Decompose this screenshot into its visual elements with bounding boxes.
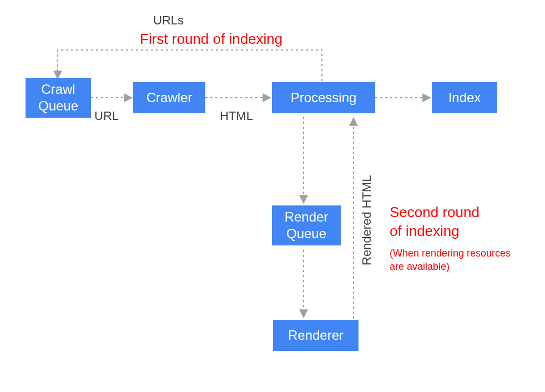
node-crawl-queue-label: Crawl Queue: [38, 81, 78, 114]
node-crawler: Crawler: [133, 82, 205, 113]
annotation-second-round-note: (When rendering resources are available): [390, 247, 511, 274]
edge-label-url: URL: [94, 109, 119, 123]
edge-label-rendered-html: Rendered HTML: [360, 175, 374, 265]
connectors-layer: [0, 0, 545, 392]
edge-processing-crawlqueue: [58, 50, 322, 81]
node-index: Index: [432, 82, 497, 113]
annotation-first-round: First round of indexing: [140, 30, 282, 49]
node-crawl-queue: Crawl Queue: [26, 78, 91, 118]
node-index-label: Index: [448, 89, 481, 106]
edge-label-urls: URLs: [153, 13, 184, 28]
node-crawler-label: Crawler: [147, 89, 193, 106]
node-processing: Processing: [272, 82, 375, 113]
edge-label-html: HTML: [220, 109, 253, 123]
node-render-queue: Render Queue: [272, 205, 341, 245]
node-render-queue-label: Render Queue: [285, 209, 329, 242]
node-processing-label: Processing: [291, 89, 357, 106]
node-renderer: Renderer: [273, 320, 359, 351]
node-renderer-label: Renderer: [288, 327, 344, 344]
annotation-second-round: Second round of indexing: [390, 203, 480, 241]
